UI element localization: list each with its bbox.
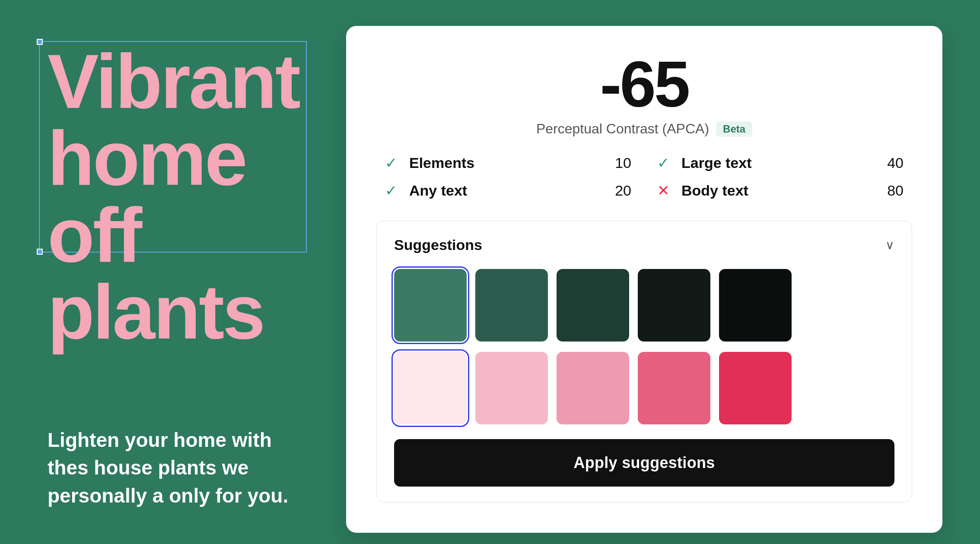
dark-swatch-5[interactable] <box>719 269 792 342</box>
metrics-grid: ✓ Elements 10 ✓ Large text 40 ✓ Any text… <box>376 154 912 199</box>
selection-handle-bl <box>37 249 43 255</box>
metric-name-any-text: Any text <box>409 182 608 199</box>
score-section: -65 Perceptual Contrast (APCA) Beta <box>376 52 912 137</box>
light-swatch-4[interactable] <box>638 352 710 424</box>
light-swatch-3[interactable] <box>557 352 629 424</box>
check-icon-any-text: ✓ <box>385 182 402 199</box>
metric-elements: ✓ Elements 10 <box>385 154 631 171</box>
metric-name-elements: Elements <box>409 155 608 171</box>
metric-large-text: ✓ Large text 40 <box>657 154 904 171</box>
light-swatches-row <box>394 352 894 424</box>
metric-name-large-text: Large text <box>681 155 880 171</box>
cross-icon-body-text: ✕ <box>657 182 675 199</box>
apply-suggestions-button[interactable]: Apply suggestions <box>394 439 894 487</box>
score-label-text: Perceptual Contrast (APCA) <box>536 121 709 137</box>
metric-name-body-text: Body text <box>681 182 880 199</box>
dark-swatch-1[interactable] <box>394 269 467 342</box>
check-icon-elements: ✓ <box>385 154 402 171</box>
chevron-down-icon: ∨ <box>885 238 894 252</box>
metric-body-text: ✕ Body text 80 <box>657 182 904 199</box>
suggestions-title: Suggestions <box>394 237 482 253</box>
metric-value-large-text: 40 <box>887 155 904 171</box>
right-panel: -65 Perceptual Contrast (APCA) Beta ✓ El… <box>309 0 980 544</box>
metric-value-any-text: 20 <box>615 182 631 199</box>
suggestions-section: Suggestions ∨ Apply suggestions <box>376 221 912 503</box>
light-swatch-5[interactable] <box>719 352 792 424</box>
main-heading: Vibrant home off plants <box>48 43 309 351</box>
metric-value-body-text: 80 <box>887 182 904 199</box>
light-swatch-1[interactable] <box>394 352 467 424</box>
metric-value-elements: 10 <box>615 155 631 171</box>
dark-swatch-4[interactable] <box>638 269 710 342</box>
left-panel: Vibrant home off plants Lighten your hom… <box>0 0 309 544</box>
sub-text: Lighten your home with thes house plants… <box>48 426 298 509</box>
check-icon-large-text: ✓ <box>657 154 675 171</box>
selection-handle-tl <box>37 39 43 45</box>
score-number: -65 <box>376 52 912 117</box>
score-label-row: Perceptual Contrast (APCA) Beta <box>376 121 912 137</box>
beta-badge: Beta <box>716 121 752 137</box>
contrast-card: -65 Perceptual Contrast (APCA) Beta ✓ El… <box>346 26 942 533</box>
dark-swatch-3[interactable] <box>557 269 629 342</box>
dark-swatches-row <box>394 269 894 342</box>
dark-swatch-2[interactable] <box>475 269 548 342</box>
metric-any-text: ✓ Any text 20 <box>385 182 631 199</box>
light-swatch-2[interactable] <box>475 352 548 424</box>
suggestions-header[interactable]: Suggestions ∨ <box>394 237 894 253</box>
